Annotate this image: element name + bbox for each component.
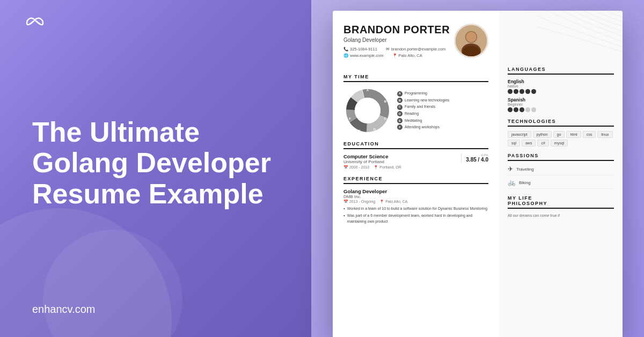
gpa-value: 3.85 / 4.0	[466, 157, 488, 163]
legend-dot-b: B	[397, 98, 402, 103]
education-heading: EDUCATION	[343, 141, 488, 149]
lang-english-level: Native	[508, 84, 614, 88]
website-label: enhancv.com	[32, 303, 95, 316]
exp-meta: 📅 2013 - Ongoing 📍 Palo Alto, CA	[343, 200, 488, 204]
lang-spanish-dots	[508, 107, 614, 112]
dot-1	[508, 89, 513, 94]
website-value: www.example.com	[350, 53, 384, 59]
legend-text-f: Attending workshops	[405, 124, 440, 131]
headline: The Ultimate Golang Developer Resume Exa…	[32, 117, 279, 209]
language-english: English Native	[508, 79, 614, 94]
svg-point-12	[355, 98, 380, 123]
bullet-dot-2: •	[343, 213, 345, 224]
resume-contact-info: 📞 325-1084-9111 ✉ brandon.porter@example…	[343, 46, 450, 59]
legend-dot-a: A	[397, 91, 402, 97]
contact-email: ✉ brandon.porter@example.com	[386, 46, 445, 53]
exp-bullet-1: • Worked in a team of 10 to build a soft…	[343, 206, 488, 212]
passions-heading: PASSIONS	[508, 153, 614, 161]
passion-travel-label: Traveling	[516, 167, 534, 172]
logo	[21, 15, 48, 31]
contact-row-2: 🌐 www.example.com 📍 Palo Alto, CA	[343, 53, 450, 59]
gpa-box: GPA 3.85 / 4.0	[461, 153, 488, 163]
tech-python: python	[533, 131, 552, 138]
legend-item-e: E Meditating	[397, 118, 449, 124]
svg-text:A: A	[367, 89, 369, 92]
legend-item-c: C Family and friends	[397, 104, 449, 111]
resume-job-title: Golang Developer	[343, 37, 450, 43]
dot-5	[531, 89, 536, 94]
legend-text-d: Reading	[405, 111, 419, 118]
my-time-heading: MY TIME	[343, 74, 488, 82]
tech-aws: aws	[522, 140, 536, 146]
exp-company: DMB Inc.	[343, 194, 488, 199]
legend-dot-f: F	[397, 124, 402, 130]
experience-heading: EXPERIENCE	[343, 176, 488, 184]
dot-s4	[525, 107, 530, 112]
philosophy-text: All our dreams can come true if	[508, 213, 614, 219]
legend-dot-e: E	[397, 118, 402, 123]
dot-4	[525, 89, 530, 94]
svg-text:C: C	[384, 117, 387, 120]
philosophy-heading: MY LIFEPHILOSOPHY	[508, 195, 614, 209]
passion-traveling: ✈ Traveling	[508, 165, 614, 175]
edu-location: 📍 Portland, OR	[374, 165, 401, 170]
legend-dot-c: C	[397, 105, 402, 110]
lang-spanish-name: Spanish	[508, 97, 614, 102]
legend-item-d: D Reading	[397, 111, 449, 118]
tech-css: css	[583, 131, 596, 138]
dot-s5	[531, 107, 536, 112]
tech-html: html	[566, 131, 581, 138]
email-value: brandon.porter@example.com	[391, 46, 445, 53]
lang-spanish-level: Beginner	[508, 102, 614, 106]
svg-text:F: F	[349, 117, 351, 120]
contact-website: 🌐 www.example.com	[343, 53, 384, 59]
svg-text:B: B	[384, 100, 387, 103]
legend-text-b: Learning new technologies	[405, 97, 449, 104]
tech-tags: javascript python go html css linux sql …	[508, 131, 614, 146]
edu-school: University of Portland	[343, 159, 401, 164]
languages-heading: LANGUAGES	[508, 67, 614, 75]
contact-location: 📍 Palo Alto, CA	[392, 53, 422, 59]
tech-javascript: javascript	[508, 131, 531, 138]
experience-section: Golang Developer DMB Inc. 📅 2013 - Ongoi…	[343, 188, 488, 224]
headline-line1: The Ultimate	[32, 116, 200, 148]
left-panel: The Ultimate Golang Developer Resume Exa…	[0, 0, 311, 337]
my-time-section: A B C D E F A Programming	[343, 86, 488, 135]
edu-years: 📅 2006 - 2010	[343, 165, 369, 170]
resume-inner: BRANDON PORTER Golang Developer 📞 325-10…	[333, 11, 623, 337]
avatar-svg	[456, 25, 487, 56]
dot-s2	[514, 107, 518, 112]
resume-card: BRANDON PORTER Golang Developer 📞 325-10…	[333, 11, 623, 337]
resume-right-column: LANGUAGES English Native Spa	[499, 11, 623, 337]
lang-english-name: English	[508, 79, 614, 84]
edu-meta: 📅 2006 - 2010 📍 Portland, OR	[343, 165, 401, 170]
contact-row-1: 📞 325-1084-9111 ✉ brandon.porter@example…	[343, 46, 450, 53]
bullet-dot-1: •	[343, 206, 345, 212]
passion-biking: 🚲 Biking	[508, 179, 614, 189]
right-panel: BRANDON PORTER Golang Developer 📞 325-10…	[311, 0, 644, 337]
time-donut-chart: A B C D E F	[343, 86, 392, 135]
tech-linux: linux	[597, 131, 612, 138]
education-info: Computer Science University of Portland …	[343, 153, 401, 170]
exp-bullets: • Worked in a team of 10 to build a soft…	[343, 206, 488, 224]
page-container: The Ultimate Golang Developer Resume Exa…	[0, 0, 644, 337]
passion-bike-label: Biking	[519, 180, 531, 185]
bike-icon: 🚲	[508, 179, 516, 186]
exp-job-title: Golang Developer	[343, 188, 488, 194]
dot-3	[519, 89, 524, 94]
dot-2	[514, 89, 518, 94]
legend-text-a: Programming	[405, 90, 427, 97]
lang-english-dots	[508, 89, 614, 94]
resume-header: BRANDON PORTER Golang Developer 📞 325-10…	[343, 24, 488, 65]
dot-s3	[519, 107, 524, 112]
location-icon: 📍	[392, 53, 397, 59]
language-spanish: Spanish Beginner	[508, 97, 614, 112]
time-legend: A Programming B Learning new technologie…	[397, 90, 449, 131]
email-icon: ✉	[386, 46, 390, 53]
legend-dot-d: D	[397, 111, 402, 116]
tech-sql: sql	[508, 140, 520, 146]
legend-item-a: A Programming	[397, 90, 449, 97]
legend-text-e: Meditating	[405, 118, 422, 124]
location-value: Palo Alto, CA	[399, 53, 422, 59]
tech-go: go	[553, 131, 565, 138]
